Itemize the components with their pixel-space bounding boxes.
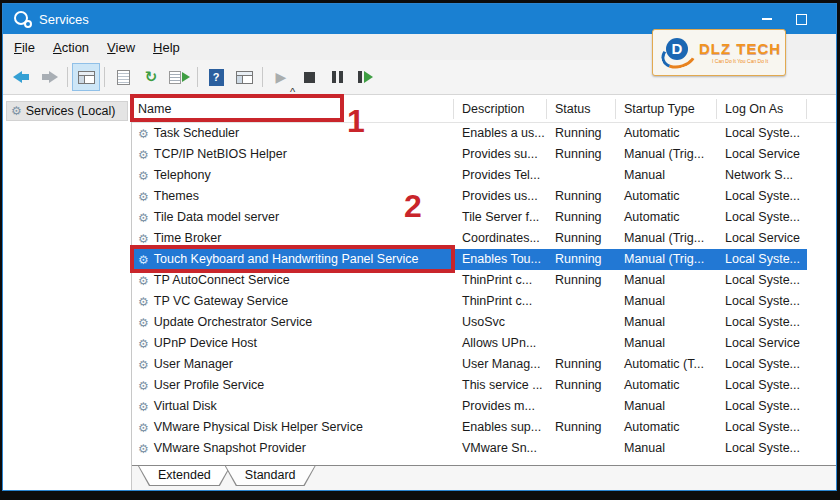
- service-logon-as: Local Syste...: [717, 354, 807, 375]
- show-tree-button[interactable]: [72, 63, 100, 91]
- tab-extended[interactable]: Extended: [138, 466, 231, 486]
- service-name: TP AutoConnect Service: [154, 270, 290, 291]
- service-name-cell[interactable]: ⚙Task Scheduler: [132, 123, 454, 144]
- forward-button[interactable]: [35, 63, 63, 91]
- service-row[interactable]: ⚙User ManagerUser Manag...RunningAutomat…: [132, 354, 836, 375]
- service-description: Enables a us...: [454, 123, 547, 144]
- window-pane-button[interactable]: [230, 63, 258, 91]
- column-header-startup-type[interactable]: Startup Type: [616, 99, 717, 119]
- menu-item-view[interactable]: View: [98, 36, 144, 59]
- service-name-cell[interactable]: ⚙Telephony: [132, 165, 454, 186]
- service-name-cell[interactable]: ⚙VMware Snapshot Provider: [132, 438, 454, 459]
- service-row[interactable]: ⚙User Profile ServiceThis service ...Run…: [132, 375, 836, 396]
- minimize-icon: [762, 18, 772, 20]
- column-header-status[interactable]: Status: [547, 99, 616, 119]
- pause-service-icon: [332, 71, 343, 83]
- screenshot-frame: Services FileActionViewHelp ↻?▶ ⚙ Servic…: [0, 0, 840, 500]
- pause-button[interactable]: [323, 63, 351, 91]
- service-description: User Manag...: [454, 354, 547, 375]
- service-logon-as: Local Syste...: [717, 312, 807, 333]
- service-startup-type: Manual: [616, 270, 717, 291]
- service-name-cell[interactable]: ⚙Touch Keyboard and Handwriting Panel Se…: [132, 249, 454, 270]
- service-startup-type: Automatic (T...: [616, 354, 717, 375]
- menu-item-file[interactable]: File: [5, 36, 44, 59]
- service-row[interactable]: ⚙ThemesProvides us...RunningAutomaticLoc…: [132, 186, 836, 207]
- service-row[interactable]: ⚙TP VC Gateway ServiceThinPrint c...Manu…: [132, 291, 836, 312]
- service-name-cell[interactable]: ⚙Virtual Disk: [132, 396, 454, 417]
- help-icon: ?: [209, 69, 224, 86]
- service-name-cell[interactable]: ⚙TCP/IP NetBIOS Helper: [132, 144, 454, 165]
- service-logon-as: Local Service: [717, 144, 807, 165]
- service-name-cell[interactable]: ⚙User Profile Service: [132, 375, 454, 396]
- row-filler: [807, 270, 836, 291]
- service-name-cell[interactable]: ⚙TP VC Gateway Service: [132, 291, 454, 312]
- service-name-cell[interactable]: ⚙Update Orchestrator Service: [132, 312, 454, 333]
- service-row[interactable]: ⚙Time BrokerCoordinates...RunningManual …: [132, 228, 836, 249]
- column-header-log-on-as[interactable]: Log On As: [717, 99, 807, 119]
- service-row[interactable]: ⚙Touch Keyboard and Handwriting Panel Se…: [132, 249, 836, 270]
- export-list-button[interactable]: [165, 63, 193, 91]
- export-list-icon: [169, 71, 190, 84]
- service-status: Running: [547, 123, 616, 144]
- service-name-cell[interactable]: ⚙TP AutoConnect Service: [132, 270, 454, 291]
- service-status: Running: [547, 270, 616, 291]
- service-row[interactable]: ⚙Tile Data model serverTile Server f...R…: [132, 207, 836, 228]
- back-icon: [13, 71, 30, 83]
- tab-standard[interactable]: Standard: [225, 466, 316, 486]
- service-status: Running: [547, 228, 616, 249]
- services-app-icon: [13, 10, 33, 28]
- column-header-filler: [807, 99, 836, 119]
- stop-button[interactable]: [295, 63, 323, 91]
- service-name-cell[interactable]: ⚙UPnP Device Host: [132, 333, 454, 354]
- service-gear-icon: ⚙: [138, 296, 149, 308]
- service-logon-as: Local Syste...: [717, 186, 807, 207]
- restart-button[interactable]: [351, 63, 379, 91]
- menu-item-action[interactable]: Action: [44, 36, 98, 59]
- row-filler: [807, 207, 836, 228]
- row-filler: [807, 165, 836, 186]
- service-gear-icon: ⚙: [138, 170, 149, 182]
- menu-item-help[interactable]: Help: [144, 36, 189, 59]
- services-window: Services FileActionViewHelp ↻?▶ ⚙ Servic…: [2, 3, 837, 491]
- sidebar-item-label: Services (Local): [26, 104, 116, 118]
- sidebar-item-services-local[interactable]: ⚙ Services (Local): [6, 101, 128, 121]
- service-name-cell[interactable]: ⚙User Manager: [132, 354, 454, 375]
- maximize-button[interactable]: [784, 4, 818, 34]
- service-status: Running: [547, 354, 616, 375]
- service-description: ThinPrint c...: [454, 270, 547, 291]
- service-name-cell[interactable]: ⚙Themes: [132, 186, 454, 207]
- service-name: Update Orchestrator Service: [154, 312, 312, 333]
- row-filler: [807, 144, 836, 165]
- help-button[interactable]: ?: [202, 63, 230, 91]
- service-status: Running: [547, 375, 616, 396]
- service-description: Coordinates...: [454, 228, 547, 249]
- service-row[interactable]: ⚙Update Orchestrator ServiceUsoSvcManual…: [132, 312, 836, 333]
- refresh-button[interactable]: ↻: [137, 63, 165, 91]
- service-startup-type: Manual: [616, 312, 717, 333]
- service-row[interactable]: ⚙TelephonyProvides Tel...ManualNetwork S…: [132, 165, 836, 186]
- column-header-description[interactable]: Description: [454, 99, 547, 119]
- service-startup-type: Manual: [616, 333, 717, 354]
- console-tree-panel: ⚙ Services (Local): [3, 95, 132, 490]
- start-button[interactable]: ▶: [267, 63, 295, 91]
- back-button[interactable]: [7, 63, 35, 91]
- column-header-name[interactable]: Name: [132, 99, 454, 119]
- service-name-cell[interactable]: ⚙Tile Data model server: [132, 207, 454, 228]
- row-filler: [807, 249, 836, 270]
- service-logon-as: Local Syste...: [717, 270, 807, 291]
- service-row[interactable]: ⚙VMware Snapshot ProviderVMware Sn...Man…: [132, 438, 836, 459]
- service-row[interactable]: ⚙Task SchedulerEnables a us...RunningAut…: [132, 123, 836, 144]
- service-row[interactable]: ⚙VMware Physical Disk Helper ServiceEnab…: [132, 417, 836, 438]
- service-logon-as: Local Service: [717, 333, 807, 354]
- properties-button[interactable]: [109, 63, 137, 91]
- toolbar-separator: [104, 67, 105, 87]
- service-status: [547, 333, 616, 354]
- service-row[interactable]: ⚙TCP/IP NetBIOS HelperProvides su...Runn…: [132, 144, 836, 165]
- service-row[interactable]: ⚙UPnP Device HostAllows UPn...ManualLoca…: [132, 333, 836, 354]
- column-header-row: NameDescriptionStatusStartup TypeLog On …: [132, 95, 836, 123]
- service-name-cell[interactable]: ⚙Time Broker: [132, 228, 454, 249]
- service-name-cell[interactable]: ⚙VMware Physical Disk Helper Service: [132, 417, 454, 438]
- service-row[interactable]: ⚙Virtual DiskProvides m...ManualLocal Sy…: [132, 396, 836, 417]
- service-startup-type: Automatic: [616, 123, 717, 144]
- service-row[interactable]: ⚙TP AutoConnect ServiceThinPrint c...Run…: [132, 270, 836, 291]
